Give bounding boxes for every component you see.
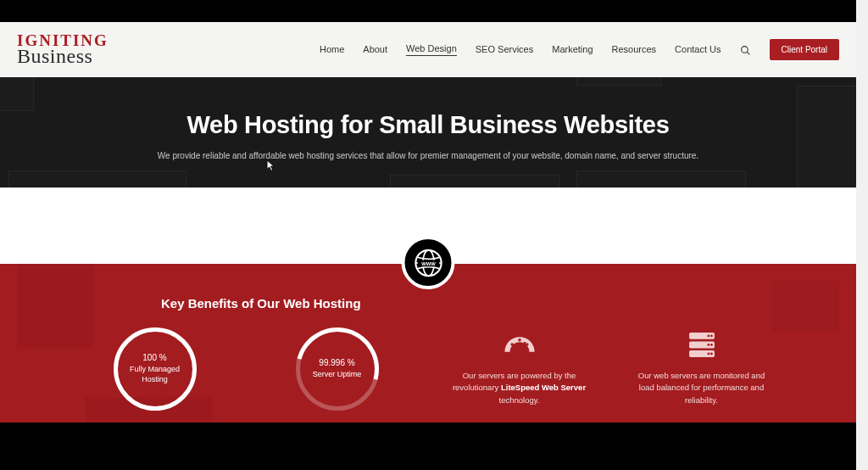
benefits-heading: Key Benefits of Our Web Hosting [161, 296, 797, 311]
svg-point-0 [741, 47, 748, 53]
svg-point-17 [707, 344, 709, 346]
svg-point-8 [518, 339, 521, 342]
benefit-litespeed: Our servers are powered by the revolutio… [449, 327, 589, 411]
nav-marketing[interactable]: Marketing [552, 44, 593, 56]
hero-section: Web Hosting for Small Business Websites … [0, 77, 856, 187]
svg-point-11 [517, 350, 521, 354]
main-nav: Home About Web Design SEO Services Marke… [320, 39, 839, 60]
benefit-uptime: 99.996 % Server Uptime [267, 327, 407, 411]
site-header: IGNITING Business Home About Web Design … [0, 22, 856, 77]
svg-point-7 [510, 343, 514, 346]
client-portal-button[interactable]: Client Portal [770, 39, 839, 60]
www-badge-icon: WWW [402, 236, 455, 289]
svg-line-1 [747, 52, 749, 54]
logo-line2: Business [17, 48, 108, 66]
ring1-percent: 100 % [142, 353, 166, 362]
benefit-managed-hosting: 100 % Fully Managed Hosting [85, 327, 225, 411]
nav-home[interactable]: Home [320, 44, 344, 56]
search-icon[interactable] [740, 44, 751, 55]
letterbox-bottom [0, 422, 856, 470]
svg-point-16 [710, 334, 713, 337]
nav-web-design[interactable]: Web Design [406, 43, 457, 56]
page-scrollbar[interactable] [856, 0, 868, 470]
benefit-monitored-text: Our web servers are monitored and load b… [632, 370, 771, 406]
svg-text:WWW: WWW [421, 260, 436, 266]
ring-uptime: 99.996 % Server Uptime [296, 327, 379, 411]
ring1-label: Fully Managed Hosting [130, 365, 180, 384]
hero-title: Web Hosting for Small Business Websites [0, 111, 856, 139]
nav-contact[interactable]: Contact Us [675, 44, 721, 56]
nav-seo-services[interactable]: SEO Services [476, 44, 533, 56]
svg-point-19 [707, 353, 709, 355]
svg-point-20 [710, 353, 713, 355]
letterbox-top [0, 0, 856, 22]
ring-managed-hosting: 100 % Fully Managed Hosting [114, 327, 197, 411]
ring2-percent: 99.996 % [319, 358, 354, 367]
svg-point-15 [707, 334, 709, 337]
benefit-row: 100 % Fully Managed Hosting 99.996 % Ser… [59, 327, 797, 411]
brand-logo[interactable]: IGNITING Business [17, 33, 108, 66]
gauge-icon [501, 327, 538, 361]
server-icon [683, 327, 721, 361]
svg-point-9 [526, 343, 529, 346]
hero-subtitle: We provide reliable and affordable web h… [0, 151, 856, 160]
svg-point-18 [710, 344, 713, 346]
nav-about[interactable]: About [363, 44, 387, 56]
nav-resources[interactable]: Resources [612, 44, 657, 56]
benefit-monitored: Our web servers are monitored and load b… [632, 327, 771, 411]
benefit-litespeed-text: Our servers are powered by the revolutio… [449, 370, 589, 406]
ring2-label: Server Uptime [313, 370, 362, 380]
